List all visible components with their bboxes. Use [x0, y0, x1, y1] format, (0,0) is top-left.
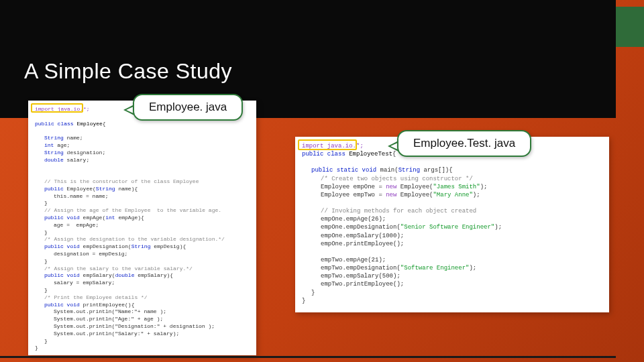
code-line: System.out.println("Name:"+ name ); [35, 308, 250, 316]
code-line: ); [494, 224, 502, 231]
code-line: empOne.empSalary(1000); [302, 232, 602, 240]
accent-block [616, 7, 644, 47]
code-line: System.out.println("Salary:" + salary); [35, 330, 250, 338]
code-line: designation = empDesig; [35, 251, 250, 258]
code-line: ); [473, 192, 480, 198]
code-line: empTwo.empDesignation( [321, 265, 400, 272]
code-panel-employee: import java.io.*; public class Employee{… [28, 101, 256, 355]
code-line: empTwo.printEmployee(); [302, 280, 602, 288]
code-line: empTwo.empSalary(500); [302, 272, 602, 280]
comment: // This is the constructor of the class … [35, 178, 250, 186]
bottom-rule [0, 356, 616, 358]
comment: // Assign the age of the Employee to the… [35, 207, 250, 215]
callout-employeetest: Employee.Test. java [397, 130, 531, 157]
comment: // Invoking methods for each object crea… [302, 207, 602, 215]
code-line: Employee( [396, 192, 433, 198]
highlight-box-right [298, 139, 357, 150]
code-line: ); [480, 184, 488, 190]
keyword-new: new [386, 192, 396, 198]
code-line: empOne.printEmployee(); [302, 240, 602, 248]
page-title: A Simple Case Study [24, 59, 232, 84]
string-literal: "Senior Software Engineer" [400, 224, 494, 231]
code-line: empOne.empDesignation( [321, 224, 400, 231]
code-line: salary = empSalary; [35, 280, 250, 287]
comment: /* Assign the designation to the variabl… [35, 236, 250, 243]
callout-employee: Employee. java [133, 94, 243, 121]
code-line: Employee( [396, 184, 433, 190]
code-line: age = empAge; [35, 222, 250, 229]
code-employee: import java.io.*; public class Employee{… [35, 106, 250, 352]
string-literal: "Mary Anne" [433, 192, 472, 198]
code-line: Employee empOne = [321, 184, 386, 190]
code-employeetest: import java.io.*; public class EmployeeT… [302, 142, 602, 305]
string-literal: "James Smith" [433, 184, 480, 190]
code-line: empOne.empAge(26); [302, 215, 602, 223]
code-line: System.out.println("Designation:" + desi… [35, 323, 250, 330]
keyword-new: new [386, 184, 396, 190]
highlight-box-left [31, 103, 83, 113]
comment: /* Print the Employee details */ [35, 294, 250, 302]
code-line: this.name = name; [35, 193, 250, 200]
code-line: empTwo.empAge(21); [302, 256, 602, 264]
code-line: ); [469, 265, 476, 272]
comment: /* Assign the salary to the variable sal… [35, 265, 250, 273]
slide: A Simple Case Study import java.io.*; pu… [0, 0, 644, 362]
string-literal: "Software Engineer" [400, 265, 470, 272]
code-panel-employeetest: import java.io.*; public class EmployeeT… [295, 137, 609, 312]
comment: /* Create two objects using constructor … [302, 175, 602, 183]
code-line: System.out.println("Age:" + age ); [35, 316, 250, 323]
code-line: Employee empTwo = [321, 192, 386, 198]
